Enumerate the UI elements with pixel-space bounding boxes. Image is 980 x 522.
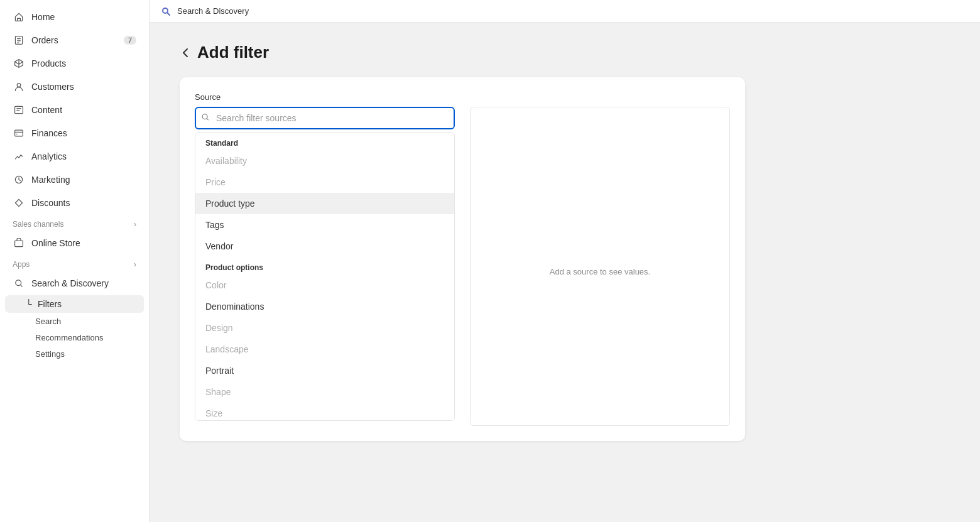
sidebar-item-analytics-label: Analytics [31, 151, 67, 161]
source-label: Source [195, 92, 455, 102]
dropdown-item-product-type[interactable]: Product type [195, 193, 454, 214]
orders-badge: 7 [124, 36, 136, 45]
back-button[interactable] [180, 46, 192, 59]
subnav-filters[interactable]: └ Filters [5, 295, 144, 313]
topbar-app-name: Search & Discovery [177, 6, 249, 16]
apps-section: Apps › [0, 255, 149, 271]
sidebar-item-finances[interactable]: Finances [5, 122, 144, 144]
apps-chevron: › [134, 260, 136, 269]
dropdown-list: Standard Availability Price Product type… [195, 132, 455, 421]
sidebar-item-home-label: Home [31, 12, 55, 22]
svg-point-9 [163, 9, 167, 13]
subnav-indicator: └ [25, 300, 33, 308]
dropdown-item-shape[interactable]: Shape [195, 381, 454, 403]
sidebar-item-online-store[interactable]: Online Store [5, 232, 144, 254]
dropdown-item-denominations[interactable]: Denominations [195, 296, 454, 317]
home-icon [13, 11, 25, 23]
source-column: Source Standard Availability Price Produ… [195, 92, 455, 426]
sidebar-item-search-discovery-label: Search & Discovery [31, 278, 109, 288]
products-icon [13, 57, 25, 70]
sidebar-item-analytics[interactable]: Analytics [5, 145, 144, 168]
analytics-icon [13, 150, 25, 163]
subnav-settings-label: Settings [35, 349, 65, 359]
values-area: Add a source to see values. [470, 107, 730, 426]
topbar: Search & Discovery [150, 0, 980, 23]
sidebar-item-customers[interactable]: Customers [5, 75, 144, 98]
dropdown-item-landscape[interactable]: Landscape [195, 339, 454, 360]
sidebar-item-orders-label: Orders [31, 35, 58, 45]
product-options-section-label: Product options [195, 257, 454, 275]
content-icon [13, 104, 25, 116]
sidebar-nav: Home Orders 7 Products Customers Conte [0, 0, 149, 522]
online-store-icon [13, 237, 25, 249]
dropdown-item-design[interactable]: Design [195, 317, 454, 339]
search-icon [201, 113, 210, 124]
sidebar-item-customers-label: Customers [31, 82, 74, 92]
search-discovery-icon [13, 277, 25, 290]
sales-channels-chevron: › [134, 220, 136, 229]
sidebar-item-discounts-label: Discounts [31, 198, 70, 208]
dropdown-item-vendor[interactable]: Vendor [195, 236, 454, 257]
subnav-recommendations[interactable]: Recommendations [5, 330, 144, 345]
sidebar-item-marketing[interactable]: Marketing [5, 168, 144, 191]
sidebar-item-content-label: Content [31, 105, 62, 115]
sidebar-item-products-label: Products [31, 58, 66, 68]
dropdown-item-availability[interactable]: Availability [195, 150, 454, 171]
discounts-icon [13, 197, 25, 209]
customers-icon [13, 80, 25, 93]
filter-card: Source Standard Availability Price Produ… [180, 77, 745, 441]
subnav-search[interactable]: Search [5, 313, 144, 329]
dropdown-item-size[interactable]: Size [195, 403, 454, 421]
sidebar-item-marketing-label: Marketing [31, 175, 70, 185]
dropdown-item-color[interactable]: Color [195, 275, 454, 296]
svg-point-1 [17, 84, 21, 87]
svg-rect-3 [15, 130, 23, 136]
dropdown-item-price[interactable]: Price [195, 171, 454, 193]
sidebar-item-online-store-label: Online Store [31, 238, 80, 248]
standard-section-label: Standard [195, 133, 454, 150]
search-discovery-subnav: └ Filters [5, 295, 144, 313]
dropdown-item-tags[interactable]: Tags [195, 214, 454, 236]
sidebar-item-products[interactable]: Products [5, 52, 144, 75]
topbar-app-icon [160, 5, 172, 18]
dropdown-item-portrait[interactable]: Portrait [195, 360, 454, 381]
sidebar-item-search-discovery[interactable]: Search & Discovery [5, 272, 144, 295]
search-input-wrapper [195, 107, 455, 129]
page-title: Add filter [197, 43, 269, 62]
sidebar-item-content[interactable]: Content [5, 99, 144, 121]
svg-rect-2 [15, 106, 23, 113]
sidebar-item-discounts[interactable]: Discounts [5, 192, 144, 214]
subnav-recommendations-label: Recommendations [35, 333, 103, 342]
sidebar-item-orders[interactable]: Orders 7 [5, 29, 144, 52]
marketing-icon [13, 173, 25, 186]
main-area: Search & Discovery Add filter Source [150, 0, 980, 522]
subnav-search-label: Search [35, 317, 61, 326]
page-title-row: Add filter [180, 43, 950, 62]
subnav-settings[interactable]: Settings [5, 346, 144, 362]
search-filter-sources-input[interactable] [195, 107, 455, 129]
sidebar: Home Orders 7 Products Customers Conte [0, 0, 150, 522]
values-column: Values Add a source to see values. [470, 92, 730, 426]
sidebar-item-finances-label: Finances [31, 128, 67, 138]
content-area: Add filter Source Standard Availability [150, 23, 980, 522]
subnav-filters-label: Filters [38, 299, 62, 309]
svg-point-4 [16, 134, 18, 135]
finances-icon [13, 127, 25, 139]
svg-rect-6 [15, 241, 23, 247]
values-hint: Add a source to see values. [537, 254, 663, 289]
sales-channels-section: Sales channels › [0, 215, 149, 231]
orders-icon [13, 34, 25, 46]
sidebar-item-home[interactable]: Home [5, 6, 144, 28]
svg-point-7 [16, 280, 21, 286]
